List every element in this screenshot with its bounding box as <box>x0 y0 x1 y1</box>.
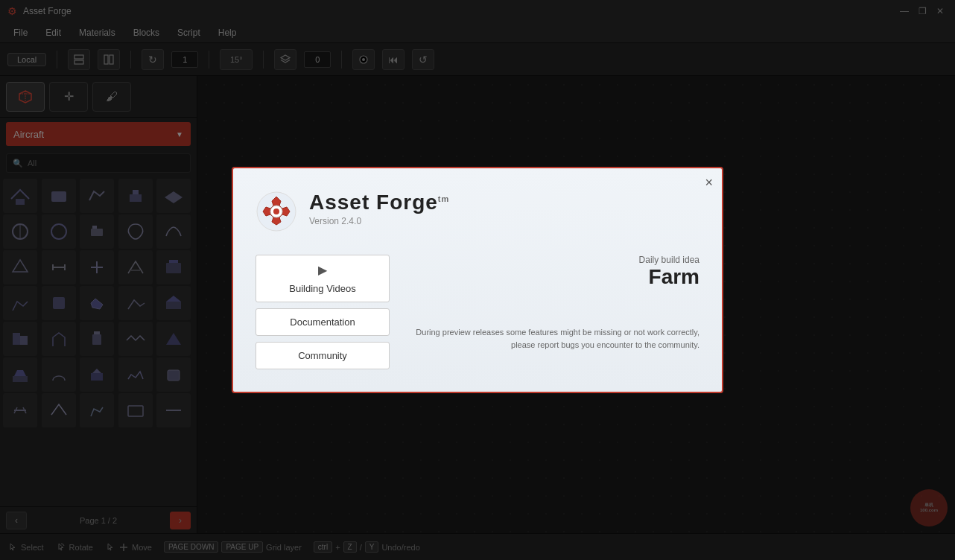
svg-point-36 <box>273 209 279 214</box>
daily-build-value: Farm <box>404 265 699 289</box>
daily-build-section: Daily build idea Farm <box>404 255 699 289</box>
preview-notice: During preview releases some features mi… <box>404 326 699 351</box>
dialog-overlay: × Asset Forgetm Version 2.4.0 ▶ <box>0 0 955 560</box>
dialog-close-button[interactable]: × <box>705 176 713 189</box>
building-videos-button[interactable]: ▶ Building Videos <box>256 255 390 302</box>
daily-build-label: Daily build idea <box>404 255 699 265</box>
play-icon: ▶ <box>318 263 327 277</box>
dialog-header: Asset Forgetm Version 2.4.0 <box>256 191 699 232</box>
dialog-title-block: Asset Forgetm Version 2.4.0 <box>309 191 449 226</box>
dialog-title: Asset Forgetm <box>309 191 449 214</box>
dialog-right: Daily build idea Farm During preview rel… <box>404 255 699 369</box>
community-button[interactable]: Community <box>256 342 390 369</box>
dialog-logo <box>256 191 297 232</box>
about-dialog: × Asset Forgetm Version 2.4.0 ▶ <box>232 167 723 393</box>
dialog-version: Version 2.4.0 <box>309 216 449 226</box>
dialog-body: ▶ Building Videos Documentation Communit… <box>256 255 699 369</box>
dialog-buttons: ▶ Building Videos Documentation Communit… <box>256 255 390 369</box>
documentation-button[interactable]: Documentation <box>256 308 390 336</box>
